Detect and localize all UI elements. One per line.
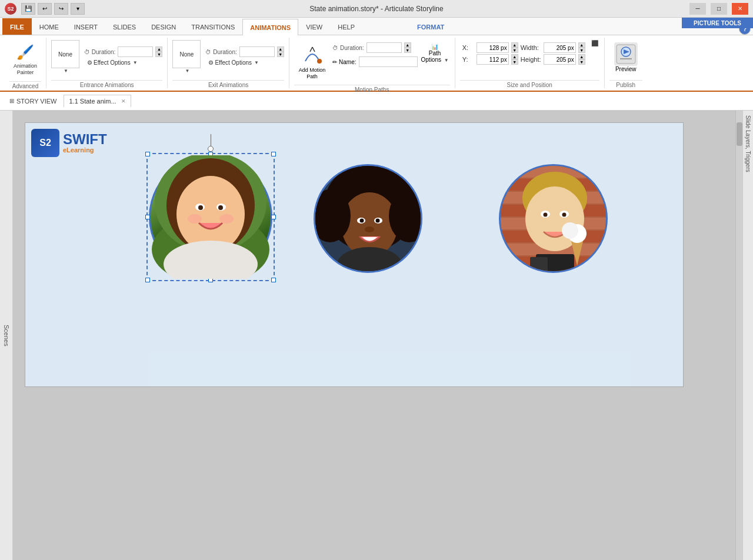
y-spin-down[interactable]: ▼ — [511, 59, 518, 65]
circle-image-1 — [149, 155, 272, 279]
scenes-label: Scenes — [3, 325, 10, 346]
motion-duration-row: ⏱ Duration: ▲ ▼ — [332, 42, 417, 53]
width-input[interactable] — [544, 42, 576, 53]
circle-image-1-wrapper[interactable] — [149, 155, 272, 279]
slide-tab-close[interactable]: ✕ — [121, 98, 126, 104]
canvas-area[interactable]: S2 SWIFT eLearning — [13, 111, 742, 560]
width-label: Width: — [521, 44, 541, 51]
size-pos-label: Size and Position — [460, 80, 599, 88]
width-spin-down[interactable]: ▼ — [578, 48, 585, 53]
motion-duration-input[interactable] — [366, 42, 402, 53]
window-controls[interactable]: ─ □ ✕ — [689, 3, 748, 15]
tab-transitions[interactable]: TRANSITIONS — [184, 18, 242, 35]
exit-spin-group[interactable]: ▲ ▼ — [277, 46, 284, 57]
scenes-panel[interactable]: Scenes — [0, 111, 13, 560]
exit-duration-group: ⏱ Duration: ▲ ▼ ⚙ Effect Options ▼ — [205, 46, 284, 67]
entrance-none-box[interactable]: None — [51, 40, 79, 68]
motion-spin-down[interactable]: ▼ — [404, 48, 411, 53]
tab-design[interactable]: DESIGN — [144, 18, 184, 35]
y-spin-up[interactable]: ▲ — [511, 54, 518, 59]
tab-file[interactable]: FILE — [2, 18, 32, 35]
preview-btn[interactable]: Preview — [609, 40, 642, 75]
motion-spin-group[interactable]: ▲ ▼ — [404, 42, 411, 53]
x-spin-down[interactable]: ▼ — [511, 48, 518, 53]
rotate-circle[interactable] — [208, 146, 214, 152]
publish-label: Publish — [609, 80, 642, 88]
exit-none-box[interactable]: None — [172, 40, 201, 68]
right-sidebar: Slide Layers, Triggers — [742, 111, 753, 560]
exit-effect-arrow: ▼ — [254, 60, 259, 65]
height-input[interactable] — [544, 54, 576, 65]
x-spin[interactable]: ▲ ▼ — [511, 42, 518, 53]
motion-name-input[interactable] — [359, 56, 418, 67]
group-size-position: X: ▲ ▼ Width: ▲ ▼ Y: — [455, 38, 605, 88]
save-btn[interactable]: 💾 — [21, 3, 35, 15]
picture-tools-header: PICTURE TOOLS — [682, 18, 753, 28]
coord-group: X: ▲ ▼ Width: ▲ ▼ Y: — [460, 40, 588, 67]
rotate-handle[interactable] — [208, 134, 214, 152]
undo-btn[interactable]: ↩ — [38, 3, 52, 15]
width-spin-up[interactable]: ▲ — [578, 42, 585, 48]
entrance-spin-down[interactable]: ▼ — [155, 52, 162, 57]
x-input[interactable] — [477, 42, 509, 53]
tab-format[interactable]: FORMAT — [409, 18, 452, 35]
y-input[interactable] — [477, 54, 509, 65]
path-options-btn[interactable]: 📊 PathOptions ▼ — [420, 42, 450, 64]
motion-duration-label: ⏱ Duration: — [332, 45, 364, 51]
ribbon-tabs[interactable]: FILE HOME INSERT SLIDES DESIGN TRANSITIO… — [0, 18, 753, 35]
text-box[interactable] — [149, 351, 631, 386]
exit-duration-input[interactable] — [239, 46, 275, 57]
maximize-btn[interactable]: □ — [711, 3, 727, 15]
slide-layers-label[interactable]: Slide Layers, Triggers — [745, 111, 751, 177]
animation-painter-btn[interactable]: 🖌️ AnimationPainter — [9, 40, 41, 79]
close-btn[interactable]: ✕ — [732, 3, 748, 15]
size-expand-icon: ⬛ — [591, 40, 598, 46]
redo-btn[interactable]: ↪ — [54, 3, 68, 15]
exit-none-dropdown[interactable]: None ▼ — [172, 40, 201, 74]
entrance-effect-btn[interactable]: ⚙ Effect Options ▼ — [84, 58, 162, 67]
v-scrollbar-thumb[interactable] — [737, 122, 742, 146]
circle-image-3[interactable] — [499, 164, 608, 273]
tab-home[interactable]: HOME — [32, 18, 66, 35]
height-spin-up[interactable]: ▲ — [578, 54, 585, 59]
customize-btn[interactable]: ▾ — [71, 3, 85, 15]
exit-spin-down[interactable]: ▼ — [277, 52, 284, 57]
exit-spin-up[interactable]: ▲ — [277, 46, 284, 52]
entrance-spin-group[interactable]: ▲ ▼ — [155, 46, 162, 57]
y-spin[interactable]: ▲ ▼ — [511, 54, 518, 65]
tab-animations[interactable]: ANIMATIONS — [242, 19, 298, 35]
motion-spin-up[interactable]: ▲ — [404, 42, 411, 48]
add-motion-path-btn[interactable]: Add MotionPath — [294, 40, 331, 82]
x-spin-up[interactable]: ▲ — [511, 42, 518, 48]
ribbon-content: 🖌️ AnimationPainter Advanced None ▼ ⏱ Du… — [0, 35, 753, 92]
v-scrollbar[interactable] — [735, 111, 742, 560]
exit-content: None ▼ ⏱ Duration: ▲ ▼ ⚙ — [172, 38, 284, 80]
exit-effect-icon: ⚙ — [208, 59, 214, 66]
exit-effect-btn[interactable]: ⚙ Effect Options ▼ — [205, 58, 284, 67]
ribbon-tab-bar: PICTURE TOOLS FILE HOME INSERT SLIDES DE… — [0, 18, 753, 35]
story-view-tab[interactable]: ⊞ STORY VIEW — [5, 95, 61, 107]
toolbar-controls[interactable]: 💾 ↩ ↪ ▾ — [21, 3, 85, 15]
app-title: State animation.story* - Articulate Stor… — [309, 5, 443, 13]
minimize-btn[interactable]: ─ — [689, 3, 706, 15]
width-spin[interactable]: ▲ ▼ — [578, 42, 585, 53]
tabs-area: ⊞ STORY VIEW 1.1 State anim... ✕ — [0, 92, 753, 111]
path-options-icon: 📊 — [431, 44, 438, 50]
entrance-spin-up[interactable]: ▲ — [155, 46, 162, 52]
entrance-duration-input[interactable] — [118, 46, 153, 57]
tab-help[interactable]: HELP — [330, 18, 362, 35]
logo-elearning: eLearning — [63, 146, 107, 154]
entrance-none-dropdown[interactable]: None ▼ — [51, 40, 79, 74]
slide-tab[interactable]: 1.1 State anim... ✕ — [64, 95, 131, 107]
tab-view[interactable]: VIEW — [298, 18, 330, 35]
size-expand-btn[interactable]: ⬛ — [590, 40, 599, 46]
height-spin-down[interactable]: ▼ — [578, 59, 585, 65]
story-view-label: STORY VIEW — [16, 98, 56, 105]
circle-image-2[interactable] — [314, 164, 422, 273]
svg-rect-47 — [530, 257, 548, 273]
tab-slides[interactable]: SLIDES — [105, 18, 144, 35]
height-spin[interactable]: ▲ ▼ — [578, 54, 585, 65]
rotate-line — [211, 134, 211, 146]
y-row: Y: ▲ ▼ Height: ▲ ▼ — [462, 54, 585, 65]
tab-insert[interactable]: INSERT — [66, 18, 105, 35]
